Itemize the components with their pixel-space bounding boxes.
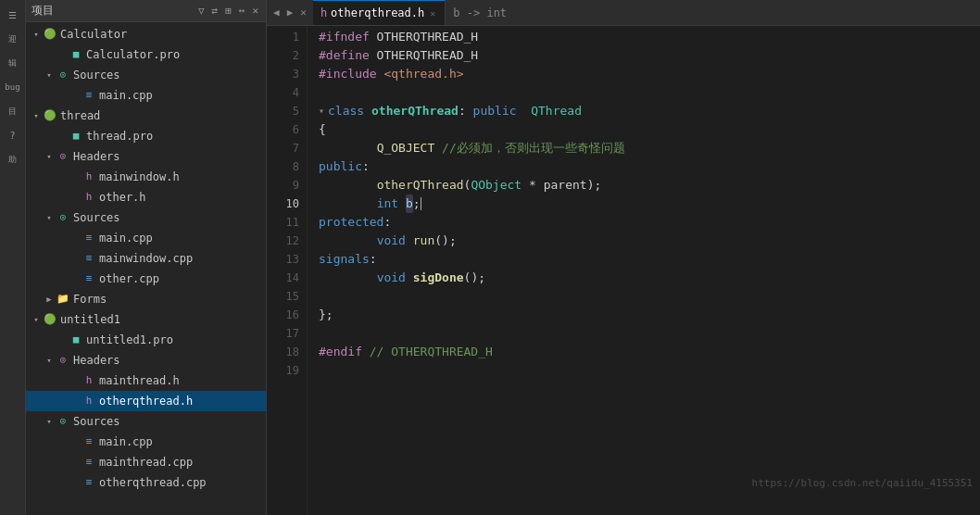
tree-label: Sources bbox=[73, 69, 120, 82]
tree-label: Sources bbox=[73, 211, 120, 224]
code-line-5: ▾ class otherQThread : public QThread bbox=[319, 102, 969, 120]
assist-icon[interactable]: 助 bbox=[2, 148, 24, 170]
tree-item-untitled1-sources[interactable]: ▾ ⊙ Sources bbox=[26, 411, 266, 432]
file-tree-panel: 项目 ▽ ⇄ ⊞ ↔ ✕ ▾ 🟢 Calculator ■ Calculator… bbox=[26, 0, 267, 515]
collapse-arrow[interactable]: ▾ bbox=[30, 111, 43, 120]
tree-label: Calculator.pro bbox=[86, 48, 180, 61]
tab-file-icon: h bbox=[320, 6, 327, 19]
code-line-9: otherQThread ( QObject * parent ); bbox=[319, 176, 969, 195]
collapse-arrow[interactable]: ▾ bbox=[30, 30, 43, 39]
expand-arrow[interactable]: ▶ bbox=[43, 295, 56, 304]
line-num-11: 11 bbox=[267, 213, 299, 232]
filter-btn[interactable]: ▽ bbox=[196, 4, 207, 18]
tree-item-otherqthread-h[interactable]: h otherqthread.h bbox=[26, 391, 266, 411]
tree-label: thread.pro bbox=[86, 130, 153, 143]
close-btn[interactable]: ✕ bbox=[250, 4, 260, 18]
edit-icon[interactable]: 辑 bbox=[2, 52, 24, 74]
code-line-16: }; bbox=[319, 306, 969, 324]
tree-item-calculator-main-cpp[interactable]: ≡ main.cpp bbox=[26, 85, 266, 106]
line-num-13: 13 bbox=[267, 250, 299, 269]
code-line-14: void sigDone (); bbox=[319, 269, 969, 287]
collapse-arrow[interactable]: ▾ bbox=[43, 356, 56, 365]
tree-item-thread-forms[interactable]: ▶ 📁 Forms bbox=[26, 289, 266, 309]
line-num-16: 16 bbox=[267, 306, 299, 324]
project-icon[interactable]: 目 bbox=[2, 100, 24, 122]
tree-item-untitled1-headers[interactable]: ▾ ⊙ Headers bbox=[26, 350, 266, 371]
breadcrumb: b -> int bbox=[446, 0, 980, 25]
collapse-arrow[interactable]: ▾ bbox=[43, 152, 56, 161]
tree-label: Headers bbox=[73, 354, 120, 367]
tree-item-calculator-pro[interactable]: ■ Calculator.pro bbox=[26, 44, 266, 65]
split-btn[interactable]: ↔ bbox=[237, 4, 247, 18]
expand-icon[interactable]: ▾ bbox=[319, 102, 324, 120]
tree-label: otherqthread.h bbox=[99, 395, 193, 408]
h-file-icon: h bbox=[82, 190, 96, 205]
line-num-5: 5 bbox=[267, 102, 299, 120]
code-area[interactable]: #ifndef OTHERQTHREAD_H #define OTHERQTHR… bbox=[308, 26, 980, 515]
tree-item-calculator-sources[interactable]: ▾ ⊙ Sources bbox=[26, 65, 266, 85]
h-file-icon: h bbox=[82, 170, 96, 184]
headers-folder-icon: ⊙ bbox=[56, 353, 70, 368]
tree-item-thread-pro[interactable]: ■ thread.pro bbox=[26, 126, 266, 146]
sources-folder-icon: ⊙ bbox=[56, 414, 70, 429]
collapse-arrow[interactable]: ▾ bbox=[43, 213, 56, 222]
next-tab-btn[interactable]: ▶ bbox=[284, 5, 296, 20]
code-line-17 bbox=[319, 324, 969, 343]
tree-item-thread-headers[interactable]: ▾ ⊙ Headers bbox=[26, 146, 266, 167]
collapse-arrow[interactable]: ▾ bbox=[30, 315, 43, 324]
h-file-icon: h bbox=[82, 394, 96, 408]
cpp-file-icon: ≡ bbox=[82, 434, 96, 449]
tree-item-other-cpp[interactable]: ≡ other.cpp bbox=[26, 269, 266, 289]
code-line-6: { bbox=[319, 120, 969, 139]
prev-tab-btn[interactable]: ◀ bbox=[270, 5, 283, 20]
tab-nav-buttons: ◀ ▶ ✕ bbox=[267, 0, 313, 25]
cpp-file-icon: ≡ bbox=[82, 88, 96, 103]
code-line-11: protected : bbox=[319, 213, 969, 232]
cpp-file-icon: ≡ bbox=[82, 455, 96, 470]
pro-file-icon: ■ bbox=[69, 333, 83, 347]
tree-item-thread-main-cpp[interactable]: ≡ main.cpp bbox=[26, 228, 266, 248]
sync-btn[interactable]: ⇄ bbox=[210, 4, 220, 18]
tree-item-mainthread-h[interactable]: h mainthread.h bbox=[26, 371, 266, 391]
tree-item-calculator[interactable]: ▾ 🟢 Calculator bbox=[26, 24, 266, 44]
collapse-arrow[interactable]: ▾ bbox=[43, 417, 56, 426]
tree-label: mainwindow.h bbox=[99, 170, 180, 183]
expand-btn[interactable]: ⊞ bbox=[223, 4, 233, 18]
headers-folder-icon: ⊙ bbox=[56, 149, 70, 164]
tree-item-untitled1-pro[interactable]: ■ untitled1.pro bbox=[26, 330, 266, 350]
code-line-12: void run (); bbox=[319, 232, 969, 250]
debug-icon[interactable]: bug bbox=[2, 76, 24, 98]
tree-item-mainwindow-cpp[interactable]: ≡ mainwindow.cpp bbox=[26, 248, 266, 269]
line-num-19: 19 bbox=[267, 361, 299, 380]
code-line-15 bbox=[319, 287, 969, 306]
cpp-file-icon: ≡ bbox=[82, 271, 96, 286]
sources-folder-icon: ⊙ bbox=[56, 210, 70, 225]
cpp-file-icon: ≡ bbox=[82, 251, 96, 266]
tree-item-mainwindow-h[interactable]: h mainwindow.h bbox=[26, 167, 266, 187]
sidebar-icons-panel: ☰ 迎 辑 bug 目 ? 助 bbox=[0, 0, 26, 515]
code-line-4 bbox=[319, 83, 969, 102]
tree-item-other-h[interactable]: h other.h bbox=[26, 187, 266, 207]
tree-label: thread bbox=[60, 109, 100, 122]
tab-close-btn[interactable]: ✕ bbox=[428, 7, 437, 19]
project-icon: 🟢 bbox=[43, 27, 57, 42]
tree-item-mainthread-cpp[interactable]: ≡ mainthread.cpp bbox=[26, 452, 266, 472]
line-num-4: 4 bbox=[267, 83, 299, 102]
close-tab-btn[interactable]: ✕ bbox=[297, 5, 309, 20]
tree-item-untitled1[interactable]: ▾ 🟢 untitled1 bbox=[26, 309, 266, 330]
tree-label: main.cpp bbox=[99, 89, 153, 102]
tree-item-untitled1-main-cpp[interactable]: ≡ main.cpp bbox=[26, 432, 266, 452]
welcome-icon[interactable]: 迎 bbox=[2, 28, 24, 50]
tab-bar: ◀ ▶ ✕ h otherqthread.h ✕ b -> int bbox=[267, 0, 980, 26]
code-line-3: #include <qthread.h> bbox=[319, 65, 969, 83]
tab-otherqthread-h[interactable]: h otherqthread.h ✕ bbox=[313, 0, 446, 25]
tree-label: untitled1.pro bbox=[86, 333, 173, 346]
tree-item-thread-sources[interactable]: ▾ ⊙ Sources bbox=[26, 207, 266, 228]
forms-folder-icon: 📁 bbox=[56, 292, 70, 307]
menu-icon[interactable]: ☰ bbox=[2, 4, 24, 26]
collapse-arrow[interactable]: ▾ bbox=[43, 70, 56, 80]
tree-item-thread[interactable]: ▾ 🟢 thread bbox=[26, 106, 266, 126]
help-icon[interactable]: ? bbox=[2, 124, 24, 146]
line-num-2: 2 bbox=[267, 46, 299, 65]
tree-item-otherqthread-cpp[interactable]: ≡ otherqthread.cpp bbox=[26, 472, 266, 493]
